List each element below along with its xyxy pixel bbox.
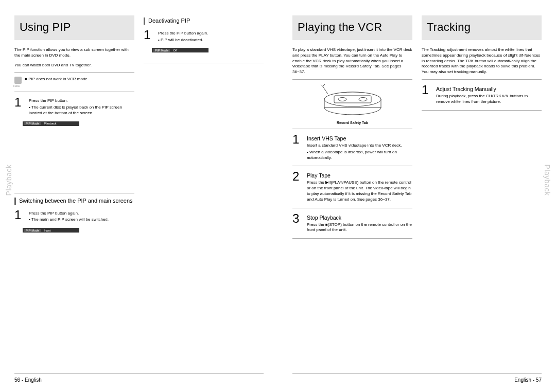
tracking-step-1: 1 Adjust Tracking Manually During playba… — [422, 84, 542, 105]
tracking-intro: The Tracking adjustment removes almost t… — [422, 47, 542, 75]
step-title: Stop Playback — [307, 215, 412, 221]
tape-caption: Record Safety Tab — [292, 121, 412, 124]
pip-mode-bar: PIP Mode Off — [152, 48, 208, 52]
step-text: Press the PIP button again. — [158, 31, 264, 37]
note-icon — [14, 77, 22, 84]
left-columns: Using PIP The PIP function allows you to… — [14, 15, 264, 373]
step-number: 2 — [292, 170, 302, 183]
side-tab-label: Playback — [543, 165, 551, 196]
step-text: Press the PIP button again. — [29, 211, 134, 217]
step-title: Adjust Tracking Manually — [436, 86, 542, 92]
step-bullet: • When a videotape is inserted, power wi… — [307, 150, 412, 161]
footer-right: English - 57 — [292, 373, 542, 383]
footer-left: 56 - English — [14, 373, 264, 383]
page-spread: Playback Using PIP The PIP function allo… — [0, 0, 556, 392]
step-text: Insert a standard VHS videotape into the… — [307, 143, 412, 149]
divider — [14, 72, 134, 73]
vcr-step-1: 1 Insert VHS Tape Insert a standard VHS … — [292, 133, 412, 161]
step-text: Press the ▶II(PLAY/PAUSE) button on the … — [307, 180, 412, 202]
divider — [14, 92, 134, 92]
vcr-intro: To play a standard VHS videotape, just i… — [292, 47, 412, 75]
divider — [292, 238, 412, 239]
right-columns: Playing the VCR To play a standard VHS v… — [292, 15, 542, 373]
step-number: 1 — [422, 84, 431, 96]
side-tab-left: Playback — [3, 149, 14, 211]
step-text: During playback, press the CH/TRK∧/∨ but… — [436, 94, 542, 105]
step-text: Press the PIP button. — [29, 98, 134, 104]
right-col2: Tracking The Tracking adjustment removes… — [422, 15, 542, 373]
note-row: Note ■PIP does not work in VCR mode. — [14, 77, 134, 87]
svg-point-3 — [324, 92, 381, 106]
pip-intro-1: The PIP function allows you to view a su… — [14, 47, 134, 59]
square-bullet-icon: ■ — [25, 77, 27, 81]
section-title-vcr: Playing the VCR — [292, 15, 412, 40]
divider — [292, 208, 412, 208]
step-number: 3 — [292, 212, 302, 225]
right-col1: Playing the VCR To play a standard VHS v… — [292, 15, 412, 373]
pip-mode-bar: PIP Mode Input — [23, 228, 79, 233]
divider — [292, 79, 412, 80]
step-title: Insert VHS Tape — [307, 135, 412, 141]
pip-mode-value: Playback — [44, 122, 56, 125]
sub-heading-deactivate: Deactivating PIP — [144, 17, 264, 25]
left-col1: Using PIP The PIP function allows you to… — [14, 15, 134, 373]
divider — [422, 79, 542, 80]
vhs-tape-illustration — [317, 84, 389, 119]
divider — [422, 110, 542, 111]
step-text: Press the ■(STOP) button on the remote c… — [307, 222, 412, 234]
vcr-step-2: 2 Play Tape Press the ▶II(PLAY/PAUSE) bu… — [292, 170, 412, 202]
left-col2: Deactivating PIP 1 Press the PIP button … — [144, 15, 264, 373]
pip-mode-label: PIP Mode — [153, 49, 170, 52]
divider — [292, 166, 412, 166]
switch-step-1: 1 Press the PIP button again. • The main… — [14, 209, 134, 223]
step-number: 1 — [292, 133, 302, 146]
divider — [292, 129, 412, 129]
note-label: Note — [13, 84, 22, 87]
step-number: 1 — [14, 96, 24, 109]
step-bullet: • The main and PIP screen will be switch… — [29, 217, 134, 223]
page-left: Playback Using PIP The PIP function allo… — [0, 0, 278, 392]
section-title-pip: Using PIP — [14, 15, 134, 40]
sub-heading-switch: Switching between the PIP and main scree… — [14, 198, 134, 205]
step-number: 1 — [144, 29, 153, 41]
deactivate-step-1: 1 Press the PIP button again. • PIP will… — [144, 29, 264, 43]
vcr-step-3: 3 Stop Playback Press the ■(STOP) button… — [292, 212, 412, 234]
step-number: 1 — [14, 209, 24, 221]
divider — [144, 63, 264, 63]
note-text: ■PIP does not work in VCR mode. — [25, 77, 134, 81]
divider — [14, 193, 134, 193]
section-title-tracking: Tracking — [422, 15, 542, 40]
svg-line-7 — [323, 86, 328, 94]
step-bullet: • The current disc is played back on the… — [29, 105, 134, 116]
pip-mode-label: PIP Mode — [24, 122, 41, 125]
pip-intro-2: You can watch both DVD and TV together. — [14, 63, 134, 68]
pip-mode-value: Off — [173, 49, 177, 52]
side-tab-right: Playback — [542, 149, 553, 211]
side-tab-label: Playback — [5, 165, 13, 196]
page-right: Playback Playing the VCR To play a stand… — [278, 0, 556, 392]
step-bullet: • PIP will be deactivated. — [158, 38, 264, 43]
pip-mode-bar: PIP Mode Playback — [23, 121, 79, 126]
step-title: Play Tape — [307, 172, 412, 179]
pip-mode-value: Input — [44, 229, 50, 232]
pip-mode-label: PIP Mode — [24, 229, 41, 232]
pip-step-1: 1 Press the PIP button. • The current di… — [14, 96, 134, 116]
